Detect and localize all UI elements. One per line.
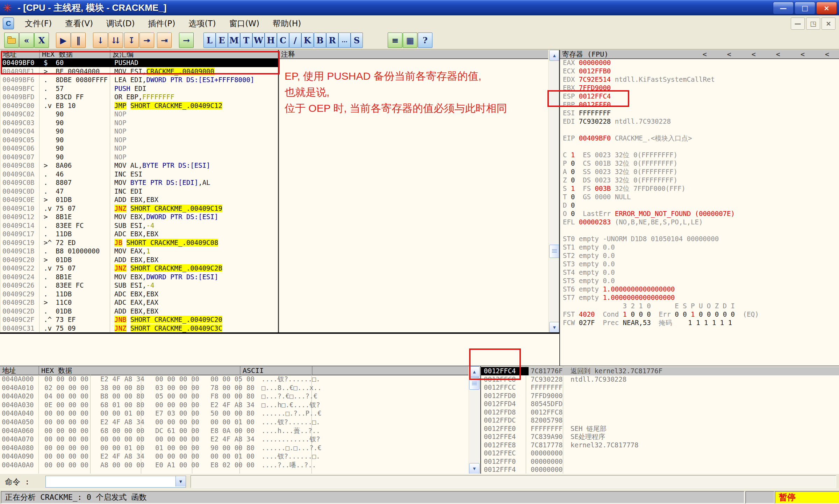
register-history-chevron-icon[interactable]: <: [776, 50, 780, 58]
breakpoints-button[interactable]: B: [314, 33, 326, 48]
register-line[interactable]: T 0 GS 0000 NULL: [560, 193, 839, 201]
step-over-button[interactable]: ⇊: [108, 33, 123, 48]
stack-row[interactable]: 0012FFC47C81776F返回到 kernel32.7C81776F: [481, 367, 839, 375]
open-file-button[interactable]: [4, 33, 19, 48]
disassembly-row[interactable]: 00409C26. 83EE FCSUB ESI,-4: [1, 281, 278, 290]
dump-row[interactable]: 0040A09000 00 00 00E2 4F A8 3400 00 00 0…: [0, 452, 468, 461]
stack-row[interactable]: 0012FFD80012FFC8: [481, 408, 839, 417]
executable-modules-button[interactable]: E: [216, 33, 228, 48]
call-stack-button[interactable]: K: [301, 33, 314, 48]
disassembly-row[interactable]: 00409C17. 11DBADC EBX,EBX: [1, 230, 278, 238]
register-line[interactable]: O 0 LastErr ERROR_MOD_NOT_FOUND (0000007…: [560, 209, 839, 218]
dump-scroll-down-button[interactable]: ▼: [469, 463, 480, 474]
disassembly-row[interactable]: 00409BFC. 57PUSH EDI: [1, 84, 278, 93]
mdi-close-button[interactable]: ×: [822, 17, 836, 30]
register-line[interactable]: 3 2 1 0 E S P U O Z D I: [560, 302, 839, 310]
menu-item-file[interactable]: 文件(F): [18, 17, 58, 30]
register-line[interactable]: ST1 empty 0.0: [560, 243, 839, 251]
pause-button[interactable]: ‖: [71, 33, 86, 48]
disassembly-row[interactable]: 00409C2B> 11C0ADC EAX,EAX: [1, 298, 278, 307]
disassembly-row[interactable]: 00409C06 90NOP: [1, 144, 278, 153]
menu-item-view[interactable]: 查看(V): [58, 17, 100, 30]
disassembly-row[interactable]: 00409BF6. 8DBE 0080FFFFLEA EDI,DWORD PTR…: [1, 75, 278, 84]
register-line[interactable]: ST5 empty 0.0: [560, 276, 839, 285]
dump-row[interactable]: 0040A05000 00 00 00E2 4F A8 3400 00 00 0…: [0, 418, 468, 426]
disassembly-row[interactable]: 00409BFD. 83CD FFOR EBP,FFFFFFFF: [1, 93, 278, 101]
cpu-window-icon[interactable]: C: [3, 17, 14, 29]
stack-row[interactable]: 0012FFE47C839A90SE处理程序: [481, 433, 839, 441]
disassembly-row[interactable]: 00409C0B. 8807MOV BYTE PTR DS:[EDI],AL: [1, 178, 278, 187]
disassembly-row[interactable]: 00409C31.v 75 09JNZ SHORT CRACKME_.00409…: [1, 324, 278, 333]
disassembly-row[interactable]: 00409C04 90NOP: [1, 127, 278, 136]
disassembly-row[interactable]: 00409C0D. 47INC EDI: [1, 187, 278, 196]
menu-item-help[interactable]: 帮助(H): [266, 17, 308, 30]
disassembly-row[interactable]: 00409C19>^ 72 EDJB SHORT CRACKME_.00409C…: [1, 238, 278, 247]
disassembly-row[interactable]: 00409C07 90NOP: [1, 153, 278, 161]
register-line[interactable]: ESI FFFFFFFF: [560, 109, 839, 117]
disassembly-row[interactable]: 00409C10.v 75 07JNZ SHORT CRACKME_.00409…: [1, 204, 278, 213]
register-line[interactable]: ST3 empty 0.0: [560, 260, 839, 268]
close-program-button[interactable]: X: [34, 33, 49, 48]
register-line[interactable]: ST4 empty 0.0: [560, 268, 839, 276]
register-line[interactable]: P 0 CS 001B 32位 0(FFFFFFFF): [560, 159, 839, 167]
dump-row[interactable]: 0040A04000 00 00 0000 00 01 00E7 03 00 0…: [0, 409, 468, 418]
scroll-down-button[interactable]: ▼: [549, 322, 560, 333]
stack-row[interactable]: 0012FFC87C930228ntdll.7C930228: [481, 375, 839, 384]
source-button[interactable]: S: [351, 33, 363, 48]
dump-row[interactable]: 0040A08000 00 00 0000 00 01 0001 00 00 0…: [0, 444, 468, 452]
disassembly-row[interactable]: 00409C03 90NOP: [1, 118, 278, 127]
stack-row[interactable]: 0012FFF400000000: [481, 466, 839, 474]
maximize-button[interactable]: □: [795, 2, 815, 14]
disassembly-row[interactable]: 00409C14. 83EE FCSUB ESI,-4: [1, 221, 278, 230]
disassembly-row[interactable]: 00409BF0$ 60PUSHAD: [1, 58, 278, 67]
disassembly-row[interactable]: 00409C2F.^ 73 EFJNB SHORT CRACKME_.00409…: [1, 315, 278, 324]
dump-row[interactable]: 0040A0A000 00 00 00A8 00 00 00E0 A1 00 0…: [0, 461, 468, 469]
disassembly-row[interactable]: 00409C0A. 46INC ESI: [1, 170, 278, 179]
close-button[interactable]: ×: [816, 2, 837, 14]
stack-row[interactable]: 0012FFEC00000000: [481, 449, 839, 458]
register-line[interactable]: EIP 00409BF0 CRACKME_.<模块入口点>: [560, 134, 839, 142]
patches-button[interactable]: /: [289, 33, 301, 48]
disassembly-row[interactable]: 00409BF1> BE 00904000MOV ESI,CRACKME_.00…: [1, 67, 278, 76]
restart-button[interactable]: «: [19, 33, 34, 48]
disassembly-row[interactable]: 00409C12> 8B1EMOV EBX,DWORD PTR DS:[ESI]: [1, 213, 278, 221]
register-history-chevron-icon[interactable]: <: [801, 50, 805, 58]
register-line[interactable]: C 1 ES 0023 32位 0(FFFFFFFF): [560, 151, 839, 159]
register-line[interactable]: EDI 7C930228 ntdll.7C930228: [560, 117, 839, 125]
dump-row[interactable]: 0040A01002 00 00 0038 00 00 8003 00 00 0…: [0, 383, 468, 392]
register-history-chevron-icon[interactable]: <: [752, 50, 756, 58]
register-line[interactable]: FCW 027F Prec NEAR,53 掩码 1 1 1 1 1 1: [560, 318, 839, 327]
stack-row[interactable]: 0012FFE87C817778kernel32.7C817778: [481, 441, 839, 449]
register-history-chevron-icon[interactable]: <: [825, 50, 829, 58]
disassembly-row[interactable]: 00409C29. 11DBADC EBX,EBX: [1, 290, 278, 298]
stack-row[interactable]: 0012FFE0FFFFFFFFSEH 链尾部: [481, 425, 839, 433]
dump-scroll-up-button[interactable]: ▲: [469, 366, 480, 377]
run-button[interactable]: ▶: [56, 33, 71, 48]
register-line[interactable]: EFL 00000283 (NO,B,NE,BE,S,PO,L,LE): [560, 218, 839, 226]
register-line[interactable]: ST0 empty -UNORM D1D8 01050104 00000000: [560, 235, 839, 243]
animate-into-button[interactable]: ↧: [124, 33, 139, 48]
cpu-window-button[interactable]: C: [277, 33, 289, 48]
menu-item-debug[interactable]: 调试(D): [100, 17, 142, 30]
mdi-minimize-button[interactable]: —: [791, 17, 805, 30]
dump-row[interactable]: 0040A0300E 00 00 0068 01 00 8000 00 00 0…: [0, 401, 468, 409]
scroll-up-button[interactable]: ▲: [549, 50, 560, 61]
register-line[interactable]: ECX 0012FFB0: [560, 67, 839, 75]
register-line[interactable]: EBP 0012FFF0: [560, 100, 839, 109]
run-trace-button[interactable]: ...: [338, 33, 351, 48]
stack-row[interactable]: 0012FFDC82005798: [481, 416, 839, 425]
threads-button[interactable]: T: [240, 33, 252, 48]
register-line[interactable]: EBX 7FFD9000: [560, 84, 839, 92]
execute-till-return-button[interactable]: ⇥: [157, 33, 172, 48]
windows-button[interactable]: W: [252, 33, 265, 48]
dump-row[interactable]: 0040A00000 00 00 00E2 4F A8 3400 00 00 0…: [0, 375, 468, 383]
go-to-address-button[interactable]: →: [179, 33, 194, 48]
stack-row[interactable]: 0012FFD07FFD9000: [481, 392, 839, 400]
command-input[interactable]: [46, 477, 176, 487]
register-line[interactable]: A 0 SS 0023 32位 0(FFFFFFFF): [560, 167, 839, 176]
dump-row[interactable]: 0040A07000 00 00 0000 00 00 0000 00 00 0…: [0, 435, 468, 444]
register-line[interactable]: ST2 empty 0.0: [560, 251, 839, 260]
register-history-chevron-icon[interactable]: <: [727, 50, 731, 58]
dump-scroll-thumb[interactable]: [469, 377, 480, 390]
register-line[interactable]: ST6 empty 1.0000000000000000: [560, 285, 839, 293]
